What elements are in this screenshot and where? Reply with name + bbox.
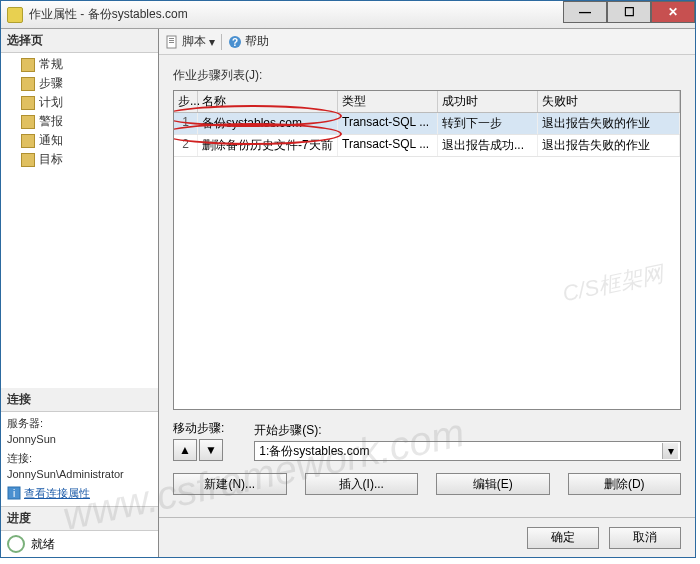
new-button[interactable]: 新建(N)...	[173, 473, 287, 495]
progress-body: 就绪	[1, 531, 158, 557]
svg-rect-5	[169, 42, 174, 43]
help-label: 帮助	[245, 33, 269, 50]
steps-grid[interactable]: 步... 名称 类型 成功时 失败时 1 备份systables.com Tra…	[173, 90, 681, 410]
server-value: JonnySun	[7, 433, 152, 445]
svg-rect-4	[169, 40, 174, 41]
sidebar-item-schedule[interactable]: 计划	[1, 93, 158, 112]
svg-text:i: i	[13, 488, 15, 499]
edit-button[interactable]: 编辑(E)	[436, 473, 550, 495]
page-icon	[21, 134, 35, 148]
col-name[interactable]: 名称	[198, 91, 338, 112]
move-label: 移动步骤:	[173, 420, 224, 437]
cell-name: 删除备份历史文件-7天前	[198, 135, 338, 156]
sidebar-item-targets[interactable]: 目标	[1, 150, 158, 169]
sidebar-item-general[interactable]: 常规	[1, 55, 158, 74]
sidebar-item-label: 警报	[39, 113, 63, 130]
titlebar[interactable]: 作业属性 - 备份systables.com — ☐ ✕	[1, 1, 695, 29]
sidebar-item-label: 步骤	[39, 75, 63, 92]
sidebar: 选择页 常规 步骤 计划 警报 通知 目标 连接 服务器: JonnySun 连…	[1, 29, 159, 557]
job-properties-window: 作业属性 - 备份systables.com — ☐ ✕ 选择页 常规 步骤 计…	[0, 0, 696, 558]
minimize-button[interactable]: —	[563, 1, 607, 23]
close-button[interactable]: ✕	[651, 1, 695, 23]
chevron-down-icon: ▾	[662, 443, 678, 459]
view-connection-text: 查看连接属性	[24, 486, 90, 501]
info-icon: i	[7, 486, 21, 500]
maximize-button[interactable]: ☐	[607, 1, 651, 23]
connection-header: 连接	[1, 388, 158, 412]
col-fail[interactable]: 失败时	[538, 91, 680, 112]
page-icon	[21, 96, 35, 110]
progress-header: 进度	[1, 507, 158, 531]
cell-step: 2	[174, 135, 198, 156]
sidebar-item-label: 目标	[39, 151, 63, 168]
toolbar-separator	[221, 34, 222, 50]
sidebar-item-alerts[interactable]: 警报	[1, 112, 158, 131]
sidebar-item-notify[interactable]: 通知	[1, 131, 158, 150]
chevron-down-icon: ▾	[209, 35, 215, 49]
cell-type: Transact-SQL ...	[338, 113, 438, 134]
col-type[interactable]: 类型	[338, 91, 438, 112]
insert-button[interactable]: 插入(I)...	[305, 473, 419, 495]
main-panel: 脚本 ▾ ? 帮助 作业步骤列表(J): 步... 名称 类	[159, 29, 695, 557]
table-row[interactable]: 1 备份systables.com Transact-SQL ... 转到下一步…	[174, 113, 680, 135]
cell-step: 1	[174, 113, 198, 134]
arrow-down-icon: ▼	[205, 443, 217, 457]
page-icon	[21, 58, 35, 72]
select-page-header: 选择页	[1, 29, 158, 53]
page-icon	[21, 153, 35, 167]
progress-circle-icon	[7, 535, 25, 553]
svg-text:?: ?	[232, 37, 238, 48]
connection-label: 连接:	[7, 451, 152, 466]
help-icon: ?	[228, 35, 242, 49]
script-label: 脚本	[182, 33, 206, 50]
page-list: 常规 步骤 计划 警报 通知 目标	[1, 53, 158, 171]
server-label: 服务器:	[7, 416, 152, 431]
script-icon	[165, 35, 179, 49]
grid-header: 步... 名称 类型 成功时 失败时	[174, 91, 680, 113]
cell-success: 退出报告成功...	[438, 135, 538, 156]
cancel-button[interactable]: 取消	[609, 527, 681, 549]
toolbar: 脚本 ▾ ? 帮助	[159, 29, 695, 55]
ok-button[interactable]: 确定	[527, 527, 599, 549]
move-up-button[interactable]: ▲	[173, 439, 197, 461]
steps-list-label: 作业步骤列表(J):	[173, 67, 681, 84]
move-down-button[interactable]: ▼	[199, 439, 223, 461]
dialog-footer: 确定 取消	[159, 517, 695, 557]
app-icon	[7, 7, 23, 23]
sidebar-item-label: 计划	[39, 94, 63, 111]
cell-name: 备份systables.com	[198, 113, 338, 134]
cell-type: Transact-SQL ...	[338, 135, 438, 156]
help-button[interactable]: ? 帮助	[228, 33, 269, 50]
connection-info: 服务器: JonnySun 连接: JonnySun\Administrator…	[1, 412, 158, 507]
svg-rect-3	[169, 38, 174, 39]
sidebar-item-label: 通知	[39, 132, 63, 149]
start-step-select[interactable]: 1:备份systables.com ▾	[254, 441, 681, 461]
table-row[interactable]: 2 删除备份历史文件-7天前 Transact-SQL ... 退出报告成功..…	[174, 135, 680, 157]
page-icon	[21, 115, 35, 129]
connection-value: JonnySun\Administrator	[7, 468, 152, 480]
sidebar-item-steps[interactable]: 步骤	[1, 74, 158, 93]
cell-fail: 退出报告失败的作业	[538, 135, 680, 156]
page-icon	[21, 77, 35, 91]
start-step-label: 开始步骤(S):	[254, 422, 681, 439]
script-button[interactable]: 脚本 ▾	[165, 33, 215, 50]
sidebar-item-label: 常规	[39, 56, 63, 73]
start-step-value: 1:备份systables.com	[259, 443, 662, 460]
cell-success: 转到下一步	[438, 113, 538, 134]
col-success[interactable]: 成功时	[438, 91, 538, 112]
window-title: 作业属性 - 备份systables.com	[29, 6, 188, 23]
window-controls: — ☐ ✕	[563, 1, 695, 23]
col-step[interactable]: 步...	[174, 91, 198, 112]
arrow-up-icon: ▲	[179, 443, 191, 457]
progress-status: 就绪	[31, 536, 55, 553]
cell-fail: 退出报告失败的作业	[538, 113, 680, 134]
delete-button[interactable]: 删除(D)	[568, 473, 682, 495]
view-connection-link[interactable]: i 查看连接属性	[7, 486, 90, 501]
